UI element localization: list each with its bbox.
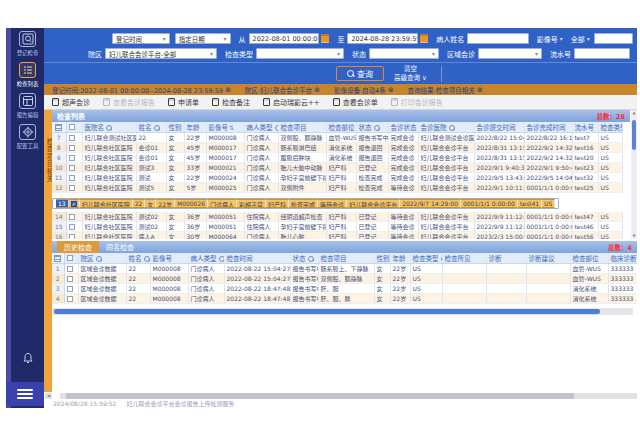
clear-button[interactable]: 清空 [394,65,427,74]
row-checkbox[interactable] [69,135,75,141]
region-consult-select[interactable]: ▾ [478,48,542,59]
column-header[interactable]: 影像号⇅ [206,122,244,133]
select-all-checkbox[interactable] [67,255,73,261]
row-checkbox[interactable] [69,224,75,230]
column-header[interactable]: 院区 [78,253,126,264]
side-tab-exam-items[interactable]: 检查项目相关 [44,110,52,392]
column-header[interactable]: 状态 [356,122,388,133]
table-row[interactable]: 13妇儿联合社区医院22女22岁M000026门诊病人彩超子宫妇产科检查完成等待… [52,198,559,209]
serial-no-input[interactable] [574,48,630,59]
column-header[interactable]: 年龄 [184,122,206,133]
scroll-up-icon[interactable]: ▲ [631,110,637,116]
row-checkbox[interactable] [69,145,75,151]
scrollbar-thumb[interactable] [66,393,574,399]
column-settings-header[interactable] [52,253,64,264]
image-no-field-select[interactable]: 影像号▾ [537,34,563,44]
calendar-icon[interactable] [420,34,428,43]
column-header[interactable]: 会诊状态 [388,122,418,133]
campus-select[interactable]: 妇儿联合会诊平台-全部▾ [105,48,217,59]
column-header[interactable]: 性别 [166,122,184,133]
column-header[interactable]: 影像号 [150,253,188,264]
chip-close-icon[interactable]: ⊗ [477,86,483,94]
column-settings-header[interactable] [52,122,66,133]
column-header[interactable]: 检查类型 [410,253,442,264]
column-header[interactable]: 检查部位 [570,253,608,264]
chip-close-icon[interactable]: ⊗ [388,86,394,94]
tab-same-name-exams[interactable]: 同名检查 [99,241,141,253]
toolbar-button-exam-note[interactable]: 检查备注 [212,97,250,107]
chip-close-icon[interactable]: ⊗ [314,86,320,94]
row-checkbox[interactable] [69,234,75,239]
column-header[interactable]: 流水号 [572,122,598,133]
date-mode-select[interactable]: 指定日期▾ [175,33,231,44]
column-header[interactable]: 病人类型 [188,253,224,264]
row-checkbox[interactable] [67,296,73,302]
sidebar-item-exam-list[interactable]: 检查列表 [11,59,44,90]
sidebar-item-register-exam[interactable]: 登记检查 [11,28,44,59]
bottom-horizontal-scrollbar[interactable]: ◀ [44,392,637,399]
column-header[interactable]: 检查类型 [598,122,622,133]
notification-bell-icon[interactable] [11,352,44,364]
table-row[interactable]: 1区域会诊数据22M000008门诊病人2022-08-22 15:04:27报… [52,264,637,274]
column-header[interactable]: 诊断建议 [526,253,570,264]
column-header[interactable]: 临床诊断 [608,253,637,264]
to-date-input[interactable]: 2024-08-28 23:59:59 [347,33,418,44]
column-header[interactable]: 医院名 [82,122,136,133]
row-checkbox[interactable] [69,214,75,220]
column-header[interactable]: 会诊医院 [418,122,474,133]
from-date-input[interactable]: 2022-08-01 00:00:00 [249,33,320,44]
row-checkbox[interactable] [71,201,77,207]
tab-history-exams[interactable]: 历史检查 [57,241,99,253]
table-row[interactable]: 15妇儿联合社区医院测试02女36岁M000051住院病人孕妇子宫前壁下段妇产科… [52,222,622,232]
table-row[interactable]: 8妇儿联合社区医院会诊01女45岁M000017门诊病人肠系膜淋巴结消化系统报告… [52,143,622,153]
menu-hamburger-icon[interactable] [6,382,44,406]
scroll-left-icon[interactable]: ◀ [45,393,52,399]
column-header[interactable]: 检查部位 [326,122,356,133]
column-header[interactable]: 检查项目 [278,122,326,133]
table-row[interactable]: 11妇儿联合社区医院测试女22岁M000024门诊病人孕妇子宫前壁下段妇产科检查… [52,173,622,183]
advanced-query-button[interactable]: 高级查询 ∨ [394,74,427,83]
calendar-icon[interactable] [321,34,329,43]
table-row[interactable]: 16妇儿联合社区医院病人A女30岁M000064门诊病人胎儿心脏妇产科已登记等待… [52,232,622,240]
row-checkbox[interactable] [69,165,75,171]
column-header[interactable]: 状态 [290,253,318,264]
table-row[interactable]: 3区域会诊数据22M000008门诊病人2022-08-22 18:47:48报… [52,284,637,294]
toolbar-button-application-form[interactable]: 申请单 [168,97,199,107]
table-row[interactable]: 2区域会诊数据22M000008门诊病人2022-08-22 15:04:27报… [52,274,637,284]
column-header[interactable]: 病人类型 [244,122,278,133]
row-checkbox[interactable] [67,266,73,272]
time-field-select[interactable]: 登记时间▾ [112,33,170,44]
scroll-down-icon[interactable]: ▼ [631,233,637,239]
column-header[interactable]: 诊断 [486,253,526,264]
table-row[interactable]: 9妇儿联合社区医院会诊01女45岁M000017门诊病人腹膜后肿块消化系统报告退… [52,153,622,163]
column-header[interactable]: 姓名 [126,253,150,264]
row-checkbox[interactable] [67,276,73,282]
row-checkbox[interactable] [67,286,73,292]
column-header[interactable]: 检查项目 [318,253,374,264]
row-checkbox[interactable] [69,155,75,161]
toolbar-button-view-consult-sheet[interactable]: 查看会诊单 [333,97,378,107]
table-row[interactable]: 14妇儿联合社区医院测试02女36岁M000051住院病人经阴道超声检查妇产科已… [52,212,622,222]
column-header[interactable]: 年龄 [390,253,410,264]
column-header[interactable]: 会诊完成时间 [524,122,572,133]
exam-type-select[interactable]: ▾ [256,48,344,59]
table-row[interactable]: 7妇儿联合测试社区医院22女22岁M000008门诊病人双侧股、腘静脉血管-WU… [52,133,622,143]
toolbar-button-ultrasound-consult[interactable]: 超声会诊 [52,97,90,107]
select-all-checkbox[interactable] [69,124,75,130]
column-header[interactable]: 姓名 [136,122,166,133]
select-all-header[interactable] [64,253,78,264]
table-row[interactable]: 4区域会诊数据22M000008门诊病人2022-08-22 18:47:48报… [52,294,637,304]
column-header[interactable]: 性别 [374,253,390,264]
toolbar-button-cloud-launch[interactable]: 启动瑞影云++ [263,97,320,107]
vertical-scrollbar[interactable]: ▲ ▼ [631,110,637,239]
row-checkbox[interactable] [69,185,75,191]
column-header[interactable]: 会诊提交时间 [474,122,524,133]
scope-select[interactable]: 全部▾ [571,34,590,44]
chip-close-icon[interactable]: ⊗ [225,86,231,94]
status-select[interactable]: ▾ [369,48,439,59]
table-row[interactable]: 12妇儿联合社区医院测试5女5岁M000025门诊病人双侧附件妇产科检查完成等待… [52,183,622,193]
column-header[interactable]: 检查所见 [442,253,486,264]
table-row[interactable]: 10妇儿联合社区医院测试3女33岁M000021门诊病人胎儿大脑中动脉妇产科已登… [52,163,622,173]
history-horizontal-scrollbar[interactable] [52,308,633,315]
scrollbar-thumb[interactable] [54,309,600,314]
